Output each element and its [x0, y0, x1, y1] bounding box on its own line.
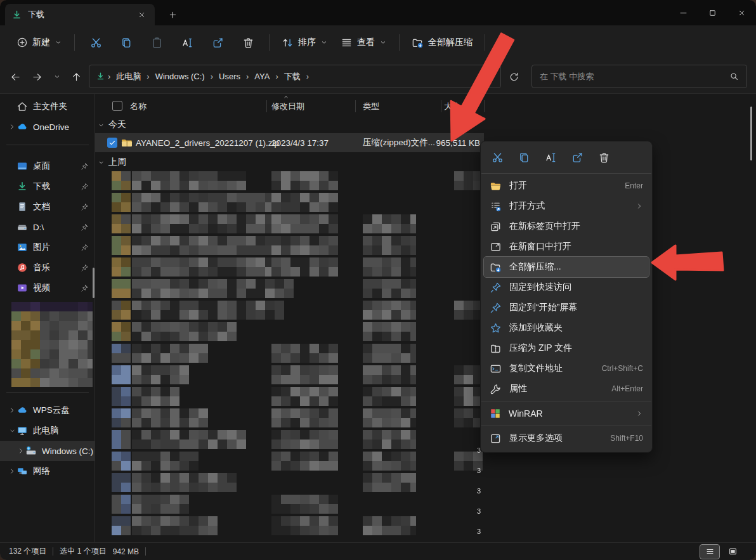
file-list-pane: 名称 修改日期 类型 大小 今天 AYANEO_2_drivers_202212… [95, 94, 756, 542]
recent-locations-button[interactable] [47, 67, 67, 87]
breadcrumb-item[interactable]: Windows (C:) [152, 70, 208, 83]
downloads-icon [16, 181, 28, 192]
row-checkbox-checked[interactable] [107, 138, 117, 148]
new-tab-button[interactable] [164, 6, 181, 23]
up-button[interactable] [66, 67, 86, 87]
sidebar-item-documents[interactable]: 文档 [0, 197, 95, 217]
breadcrumb-item[interactable]: 此电脑 [113, 69, 144, 84]
rename-icon [545, 152, 557, 164]
sidebar-item-videos[interactable]: 视频 [0, 278, 95, 298]
vertical-scrollbar[interactable] [750, 107, 752, 160]
delete-button[interactable] [592, 147, 615, 168]
context-menu-item-open-new-tab[interactable]: 在新标签页中打开 [484, 216, 649, 237]
file-row-ayaneo-zip[interactable]: AYANEO_2_drivers_20221207 (1).zip 2023/4… [95, 133, 484, 152]
chevron-down-icon [55, 39, 62, 46]
more-options-button[interactable] [494, 31, 518, 54]
cut-icon [90, 37, 102, 49]
maximize-button[interactable] [698, 0, 727, 25]
details-view-button[interactable] [700, 545, 719, 559]
chevron-right-icon[interactable] [8, 123, 16, 131]
extract-all-icon [490, 261, 502, 273]
paste-button[interactable] [145, 31, 169, 54]
new-button[interactable]: 新建 [10, 32, 68, 53]
extract-all-button[interactable]: 全部解压缩 [405, 32, 479, 53]
context-menu-item-pin-start[interactable]: 固定到“开始”屏幕 [484, 297, 649, 318]
context-menu-item-add-favorites[interactable]: 添加到收藏夹 [484, 318, 649, 338]
sidebar-item-downloads[interactable]: 下载 [0, 176, 95, 197]
column-header-size[interactable]: 大小 [444, 101, 460, 112]
sidebar-item-home[interactable]: 主文件夹 [0, 96, 95, 117]
refresh-button[interactable] [504, 67, 524, 87]
copy-button[interactable] [512, 147, 535, 168]
refresh-icon [509, 72, 519, 82]
submenu-chevron-icon [635, 202, 643, 210]
sidebar-item-label: 此电脑 [33, 425, 95, 436]
sidebar-item-network[interactable]: 网络 [0, 461, 95, 481]
sidebar-item-windows-c[interactable]: Windows (C:) [0, 441, 95, 461]
title-bar: 下载 [0, 0, 756, 25]
sidebar-item-drive-d[interactable]: D:\ [0, 217, 95, 237]
context-menu-item-pin-quick-access[interactable]: 固定到快速访问 [484, 277, 649, 297]
tab-close-icon[interactable] [134, 8, 148, 22]
column-header-type[interactable]: 类型 [363, 101, 379, 112]
address-history-chevron[interactable] [486, 73, 494, 81]
delete-button[interactable] [236, 31, 260, 54]
context-menu-item-extract-all[interactable]: 全部解压缩... [484, 257, 649, 277]
sidebar-item-wps-cloud[interactable]: WPS云盘 [0, 400, 95, 420]
chevron-right-icon[interactable] [16, 447, 25, 455]
chevron-right-icon[interactable] [8, 467, 16, 475]
search-box[interactable]: 在 下载 中搜索 [531, 65, 747, 88]
sort-button[interactable]: 排序 [275, 32, 334, 53]
forward-button[interactable] [27, 67, 47, 87]
copy-button[interactable] [114, 31, 138, 54]
close-button[interactable] [727, 0, 756, 25]
context-menu-item-winrar[interactable]: WinRAR [484, 403, 649, 424]
column-header-date[interactable]: 修改日期 [271, 101, 304, 112]
copy-icon [121, 37, 133, 49]
censored-overflow-digit: 3 [477, 507, 485, 515]
chevron-right-icon[interactable] [8, 407, 16, 414]
share-button[interactable] [205, 31, 230, 54]
share-button[interactable] [566, 147, 589, 168]
sidebar-item-music[interactable]: 音乐 [0, 257, 95, 278]
context-menu-item-copy-path[interactable]: 复制文件地址Ctrl+Shift+C [484, 358, 649, 379]
column-header-name[interactable]: 名称 [130, 101, 147, 112]
select-all-checkbox[interactable] [112, 101, 122, 111]
context-menu-item-show-more[interactable]: 显示更多选项Shift+F10 [484, 428, 649, 448]
file-name: AYANEO_2_drivers_20221207 (1).zip [136, 138, 279, 148]
group-header-last-week[interactable]: 上周 [98, 155, 126, 169]
rename-button[interactable] [539, 147, 562, 168]
thumbnail-view-icon [728, 547, 738, 556]
breadcrumb-item[interactable]: AYA [251, 70, 273, 83]
group-header-today[interactable]: 今天 [98, 118, 126, 132]
back-button[interactable] [5, 67, 25, 87]
sidebar-item-onedrive[interactable]: OneDrive [0, 117, 95, 137]
sidebar-item-pictures[interactable]: 图片 [0, 237, 95, 257]
chevron-down-icon[interactable] [8, 427, 16, 434]
breadcrumb-item[interactable]: 下载 [281, 69, 304, 84]
context-menu-item-compress-zip[interactable]: 压缩为 ZIP 文件 [484, 338, 649, 358]
context-menu-item-open[interactable]: 打开Enter [484, 176, 649, 196]
favorite-star-icon [490, 322, 502, 334]
context-menu: 打开Enter打开方式在新标签页中打开在新窗口中打开全部解压缩...固定到快速访… [480, 141, 653, 453]
large-icons-view-button[interactable] [723, 545, 742, 559]
cut-button[interactable] [84, 31, 108, 54]
view-icon [341, 37, 353, 49]
cut-button[interactable] [486, 147, 509, 168]
sidebar-scrollbar[interactable] [93, 268, 94, 298]
sidebar-item-desktop[interactable]: 桌面 [0, 156, 95, 176]
sidebar-item-label: 网络 [33, 466, 95, 477]
sidebar-item-this-pc[interactable]: 此电脑 [0, 420, 95, 441]
minimize-button[interactable] [668, 0, 698, 25]
context-menu-item-properties[interactable]: 属性Alt+Enter [484, 379, 649, 399]
explorer-tab[interactable]: 下载 [5, 4, 155, 25]
menu-item-label: 固定到“开始”屏幕 [509, 302, 643, 313]
sidebar-divider [6, 392, 89, 393]
context-menu-item-open-with[interactable]: 打开方式 [484, 196, 649, 216]
address-bar[interactable]: ›此电脑›Windows (C:)›Users›AYA›下载› [89, 65, 501, 88]
context-menu-item-open-new-window[interactable]: 在新窗口中打开 [484, 237, 649, 257]
rename-button[interactable] [175, 31, 199, 54]
navigation-pane: 主文件夹OneDrive桌面下载文档D:\图片音乐视频WPS云盘此电脑Windo… [0, 94, 95, 542]
view-button[interactable]: 查看 [334, 32, 393, 53]
breadcrumb-item[interactable]: Users [216, 70, 244, 83]
